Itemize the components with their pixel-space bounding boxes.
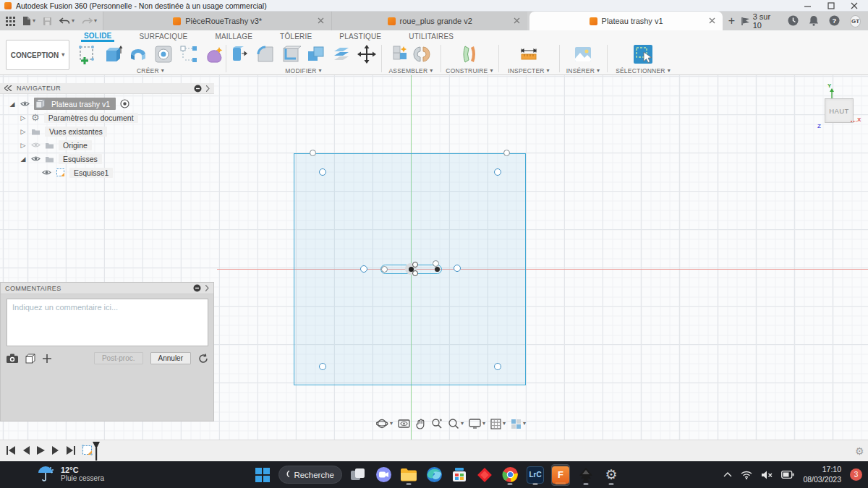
sketch-point[interactable] [412, 270, 418, 276]
document-tab[interactable]: PièceRoueTrashy v3* [103, 12, 331, 30]
collapse-panel-icon[interactable] [4, 85, 12, 91]
look-at-tool[interactable] [398, 419, 410, 429]
move-copy-button[interactable] [355, 43, 378, 66]
edge-browser-icon[interactable] [425, 464, 443, 486]
close-button[interactable] [851, 2, 858, 9]
redo-button[interactable]: ▾ [82, 17, 97, 25]
ribbon-tab-surfacique[interactable]: SURFACIQUE [136, 32, 190, 40]
joint-button[interactable] [412, 43, 431, 66]
weather-widget[interactable]: 12°C Pluie cessera [36, 464, 104, 483]
sketch-circle[interactable] [494, 168, 501, 176]
offset-face-button[interactable] [330, 43, 353, 66]
grid-settings-tool[interactable]: ▾ [490, 419, 506, 429]
help-icon[interactable]: ? [829, 15, 840, 27]
collapsed-triangle-icon[interactable]: ▷ [20, 114, 27, 121]
group-label-assembler[interactable]: ASSEMBLER [389, 67, 428, 74]
workspace-selector[interactable]: CONCEPTION ▾ [6, 40, 69, 70]
microsoft-store-icon[interactable] [450, 464, 469, 486]
select-button[interactable] [631, 43, 655, 66]
hole-button[interactable] [152, 43, 175, 66]
inkscape-icon[interactable] [576, 464, 595, 486]
construct-plane-button[interactable] [458, 43, 481, 66]
visibility-eye-icon[interactable] [31, 155, 41, 162]
sketch-circle[interactable] [319, 363, 326, 370]
fit-view-tool[interactable]: ▾ [448, 418, 464, 429]
extension-clock-icon[interactable] [788, 15, 799, 27]
insert-image-button[interactable] [571, 43, 595, 66]
tree-item-sketch1[interactable]: Esquisse1 [0, 166, 214, 179]
refresh-icon[interactable] [198, 354, 208, 364]
attach-view-cube-icon[interactable] [25, 354, 35, 364]
save-button[interactable] [43, 17, 52, 26]
ribbon-tab-plastique[interactable]: PLASTIQUE [336, 32, 384, 40]
battery-icon[interactable] [781, 471, 794, 479]
job-status-button[interactable]: 3 sur 10 [741, 12, 778, 30]
app-grid-icon[interactable] [6, 17, 15, 26]
tree-item-component[interactable]: ◢ Plateau trashy v1 [0, 97, 214, 111]
selected-tree-item[interactable]: Plateau trashy v1 [34, 98, 116, 110]
collapse-all-icon[interactable] [194, 85, 202, 93]
cancel-button[interactable]: Annuler [150, 352, 191, 364]
tree-item-document-settings[interactable]: ▷ ⚙ Paramètres du document [0, 111, 214, 124]
view-cube[interactable]: Y HAUT X Z [816, 82, 864, 132]
zoom-tool[interactable] [431, 418, 443, 429]
group-label-construire[interactable]: CONSTRUIRE [446, 67, 488, 74]
settings-gear-icon[interactable]: ⚙ [602, 464, 621, 486]
combine-button[interactable] [305, 43, 328, 66]
group-label-inspecter[interactable]: INSPECTER [508, 67, 544, 74]
wifi-icon[interactable] [741, 471, 752, 479]
minimize-button[interactable] [804, 2, 812, 9]
tree-item-sketches[interactable]: ◢ Esquisses [0, 152, 214, 166]
timeline-step-forward-button[interactable] [51, 445, 60, 455]
file-menu-button[interactable]: ▾ [22, 16, 35, 26]
chrome-browser-icon[interactable] [501, 464, 519, 486]
ribbon-tab-utilitaires[interactable]: UTILITAIRES [406, 32, 456, 40]
measure-button[interactable] [517, 43, 540, 66]
notification-count-badge[interactable]: 3 [850, 468, 862, 481]
collapse-all-icon[interactable] [193, 284, 201, 292]
lightroom-classic-icon[interactable]: LrC [526, 464, 545, 486]
document-tab[interactable]: roue_plus grande v2 [331, 12, 527, 30]
navigator-panel-header[interactable]: NAVIGATEUR [0, 83, 214, 94]
start-button[interactable] [253, 464, 272, 486]
sketch-origin-point[interactable] [409, 267, 414, 272]
sketch-point[interactable] [433, 260, 439, 267]
orbit-tool[interactable]: ▾ [376, 418, 393, 429]
hidden-icons-chevron[interactable] [723, 472, 732, 477]
sketch-circle[interactable] [494, 363, 501, 370]
timeline-go-to-start-button[interactable] [6, 445, 16, 455]
visibility-off-eye-icon[interactable] [31, 142, 41, 148]
add-icon[interactable] [43, 354, 51, 363]
close-tab-icon[interactable] [318, 17, 324, 25]
group-label-inserer[interactable]: INSÉRER [566, 67, 595, 74]
group-label-modifier[interactable]: MODIFIER [285, 67, 316, 74]
teams-chat-icon[interactable] [374, 464, 393, 486]
tree-item-named-views[interactable]: ▷ Vues existantes [0, 124, 214, 138]
new-component-button[interactable] [391, 43, 410, 66]
shell-button[interactable] [279, 43, 302, 66]
extrude-button[interactable] [101, 43, 124, 66]
press-pull-button[interactable] [229, 43, 252, 66]
expanded-triangle-icon[interactable]: ◢ [20, 155, 27, 163]
sketch-point[interactable] [310, 150, 316, 156]
timeline-go-to-end-button[interactable] [66, 445, 76, 455]
pan-tool[interactable] [415, 419, 426, 429]
revolve-button[interactable] [127, 43, 150, 66]
postproc-button[interactable]: Post-proc. [94, 352, 143, 364]
timeline-position-marker[interactable] [92, 442, 101, 461]
red-diamond-app-icon[interactable] [475, 464, 494, 486]
sketch-point[interactable] [381, 266, 388, 273]
document-tab-active[interactable]: Plateau trashy v1 [529, 12, 723, 30]
file-explorer-icon[interactable] [399, 464, 418, 486]
ribbon-tab-maillage[interactable]: MAILLAGE [212, 32, 255, 40]
expanded-triangle-icon[interactable]: ◢ [9, 100, 16, 108]
clock-widget[interactable]: 17:10 08/03/2023 [803, 465, 841, 484]
taskbar-search[interactable]: Recherche [278, 466, 342, 484]
panel-expand-arrow-icon[interactable] [205, 285, 209, 291]
visibility-eye-icon[interactable] [20, 100, 30, 107]
user-avatar[interactable]: GT [850, 15, 861, 27]
screenshot-camera-icon[interactable] [7, 354, 18, 363]
model-canvas[interactable]: Y HAUT X Z NAVIGATEUR ◢ Plateau trashy v… [0, 75, 868, 440]
tree-item-origin[interactable]: ▷ Origine [0, 138, 214, 152]
comment-input[interactable] [7, 299, 208, 346]
